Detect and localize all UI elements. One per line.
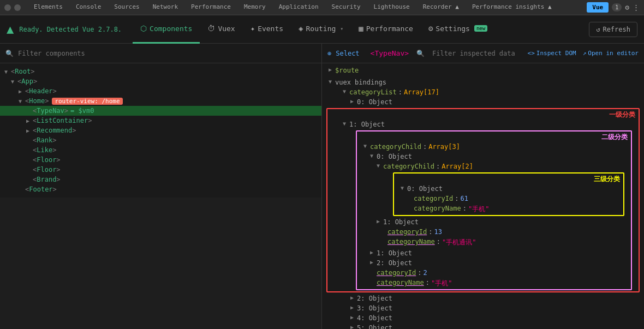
component-name-display: <TypeNav> bbox=[371, 49, 409, 57]
select-button[interactable]: Select bbox=[336, 50, 359, 57]
tab-network[interactable]: Network bbox=[146, 1, 184, 14]
vue-status: Ready. Detected Vue 2.7.8. bbox=[19, 26, 122, 33]
vue-toolbar: ▲ Ready. Detected Vue 2.7.8. ⬡ Component… bbox=[0, 15, 644, 44]
more-icon[interactable]: ⋮ bbox=[633, 3, 640, 11]
select-icon: ⊕ bbox=[327, 50, 331, 57]
gear-icon[interactable]: ⚙ bbox=[625, 3, 629, 11]
window-control bbox=[4, 4, 11, 11]
arrow-icon bbox=[26, 147, 32, 153]
nav-vuex-label: Vuex bbox=[218, 25, 235, 33]
search-icon: 🔍 bbox=[5, 50, 14, 57]
tab-right-controls: Vue 1 ⚙ ⋮ bbox=[587, 2, 640, 13]
vm-label: = $vm0 bbox=[70, 107, 94, 115]
data-row-3[interactable]: ▶ 3: Object bbox=[322, 303, 644, 313]
tab-lighthouse[interactable]: Lighthouse bbox=[367, 1, 416, 14]
data-row-category-child-l2[interactable]: ▼ categoryChild : Array[2] bbox=[357, 161, 631, 171]
data-row-categoryname-l1[interactable]: categoryName : "手机" bbox=[357, 278, 631, 289]
nav-routing[interactable]: ◈ Routing ▾ bbox=[291, 15, 351, 44]
tree-item-floor-2[interactable]: <Floor> bbox=[0, 165, 321, 175]
nav-vuex[interactable]: ⏱ Vuex bbox=[200, 15, 242, 44]
routing-icon: ◈ bbox=[299, 24, 303, 33]
right-panel: ⊕ Select <TypeNav> 🔍 <> Inspect DOM ↗ Op… bbox=[322, 44, 644, 329]
inspect-dom-link[interactable]: <> Inspect DOM bbox=[528, 50, 576, 57]
tab-elements[interactable]: Elements bbox=[27, 1, 69, 14]
nav-settings-label: Settings bbox=[436, 25, 470, 33]
arrow-icon: ▼ bbox=[11, 79, 16, 85]
data-row-0-l3[interactable]: ▼ 0: Object bbox=[394, 184, 623, 194]
tab-sources[interactable]: Sources bbox=[108, 1, 146, 14]
tree-item-rank[interactable]: <Rank> bbox=[0, 135, 321, 145]
data-row-category-child-l1[interactable]: ▼ categoryChild : Array[3] bbox=[357, 142, 631, 152]
performance-icon: ▦ bbox=[359, 24, 363, 33]
tab-performance-insights[interactable]: Performance insights ▲ bbox=[466, 1, 558, 14]
data-row-vuex-section: ▼ vuex bindings bbox=[322, 77, 644, 87]
data-row-0-l2[interactable]: ▼ 0: Object bbox=[357, 152, 631, 161]
data-row-2-l2[interactable]: ▶ 2: Object bbox=[357, 258, 631, 268]
data-row-categorylist[interactable]: ▼ categoryList : Array[17] bbox=[322, 87, 644, 97]
tab-application[interactable]: Application bbox=[272, 1, 325, 14]
browser-tabs-bar: Elements Console Sources Network Perform… bbox=[0, 0, 644, 15]
refresh-label: Refresh bbox=[603, 26, 630, 33]
tree-item-footer[interactable]: <Footer> bbox=[0, 184, 321, 194]
router-view-badge: router-view: /home bbox=[52, 98, 122, 105]
pink-annotation-box: 二级分类 ▼ categoryChild : Array[3] ▼ 0: bbox=[356, 130, 632, 290]
component-filter-bar: 🔍 bbox=[0, 44, 321, 63]
filter-inspected-input[interactable] bbox=[432, 50, 523, 57]
annotation-level1: 一级分类 bbox=[609, 110, 635, 119]
window-controls bbox=[4, 4, 21, 11]
tab-recorder[interactable]: Recorder ▲ bbox=[416, 1, 466, 14]
data-row-1-l3[interactable]: ▶ 1: Object bbox=[357, 217, 631, 227]
code-icon: <> bbox=[528, 50, 535, 57]
nav-events[interactable]: ✦ Events bbox=[243, 15, 291, 44]
data-row-1-l2[interactable]: ▶ 1: Object bbox=[357, 248, 631, 258]
tab-console[interactable]: Console bbox=[69, 1, 108, 14]
tree-item-floor-1[interactable]: <Floor> bbox=[0, 155, 321, 165]
arrow-icon bbox=[26, 167, 32, 173]
window-control bbox=[14, 4, 21, 11]
open-in-editor-link[interactable]: ↗ Open in editor bbox=[583, 50, 639, 57]
tab-counter: 1 bbox=[612, 3, 622, 11]
tree-item-home[interactable]: ▼ <Home> router-view: /home bbox=[0, 96, 321, 106]
settings-icon: ⚙ bbox=[428, 24, 433, 33]
tree-item-recommend[interactable]: ▶ <Recommend> bbox=[0, 125, 321, 135]
nav-performance[interactable]: ▦ Performance bbox=[351, 15, 421, 44]
data-row-5[interactable]: ▶ 5: Object bbox=[322, 323, 644, 329]
data-row-categoryid-13[interactable]: categoryId : 13 bbox=[357, 227, 631, 237]
tab-performance[interactable]: Performance bbox=[184, 1, 237, 14]
nav-components-label: Components bbox=[150, 25, 192, 33]
vue-tab[interactable]: Vue bbox=[587, 2, 609, 13]
yellow-annotation-box: 三级分类 ▼ 0: Object categoryId bbox=[393, 172, 624, 216]
data-row-categoryid-61[interactable]: categoryId : 61 bbox=[394, 194, 623, 204]
tab-memory[interactable]: Memory bbox=[237, 1, 272, 14]
tab-security[interactable]: Security bbox=[325, 1, 367, 14]
component-tree: ▼ <Root> ▼ <App> ▶ <Header> ▼ <Home> rou… bbox=[0, 63, 322, 198]
data-row-categoryid-2[interactable]: categoryId : 2 bbox=[357, 268, 631, 278]
refresh-button[interactable]: ↺ Refresh bbox=[589, 22, 637, 37]
data-row-0[interactable]: ▶ 0: Object bbox=[322, 97, 644, 107]
data-row-2[interactable]: ▶ 2: Object bbox=[322, 294, 644, 303]
data-row-categoryname-phone[interactable]: categoryName : "手机" bbox=[394, 204, 623, 215]
tree-item-listcontainer[interactable]: ▶ <ListContainer> bbox=[0, 116, 321, 125]
vue-nav-items: ⬡ Components ⏱ Vuex ✦ Events ◈ Routing ▾… bbox=[133, 15, 585, 44]
events-icon: ✦ bbox=[251, 24, 255, 33]
tree-item-root[interactable]: ▼ <Root> bbox=[0, 67, 321, 76]
red-annotation-box: 一级分类 ▼ 1: Object 二级分类 ▼ bbox=[326, 108, 640, 292]
arrow-icon: ▶ bbox=[26, 118, 32, 124]
nav-settings[interactable]: ⚙ Settings new bbox=[421, 15, 495, 44]
tree-item-header[interactable]: ▶ <Header> bbox=[0, 86, 321, 96]
nav-components[interactable]: ⬡ Components bbox=[133, 15, 200, 44]
right-actions: <> Inspect DOM ↗ Open in editor bbox=[528, 50, 639, 57]
tree-item-like[interactable]: <Like> bbox=[0, 145, 321, 155]
data-row-1[interactable]: ▼ 1: Object bbox=[327, 119, 639, 129]
tree-item-typenav[interactable]: <TypeNav> = $vm0 bbox=[0, 106, 321, 116]
annotation-level3: 三级分类 bbox=[594, 175, 620, 184]
arrow-icon bbox=[26, 108, 32, 114]
tree-item-app[interactable]: ▼ <App> bbox=[0, 76, 321, 86]
data-row-categoryname-detail[interactable]: categoryName : "手机通讯" bbox=[357, 237, 631, 248]
data-row-route[interactable]: ▶ $route bbox=[322, 65, 644, 75]
annotation-level2: 二级分类 bbox=[601, 133, 628, 142]
filter-components-input[interactable] bbox=[18, 50, 316, 57]
tree-item-brand[interactable]: <Brand> bbox=[0, 175, 321, 184]
data-row-4[interactable]: ▶ 4: Object bbox=[322, 313, 644, 323]
external-link-icon: ↗ bbox=[583, 50, 587, 57]
